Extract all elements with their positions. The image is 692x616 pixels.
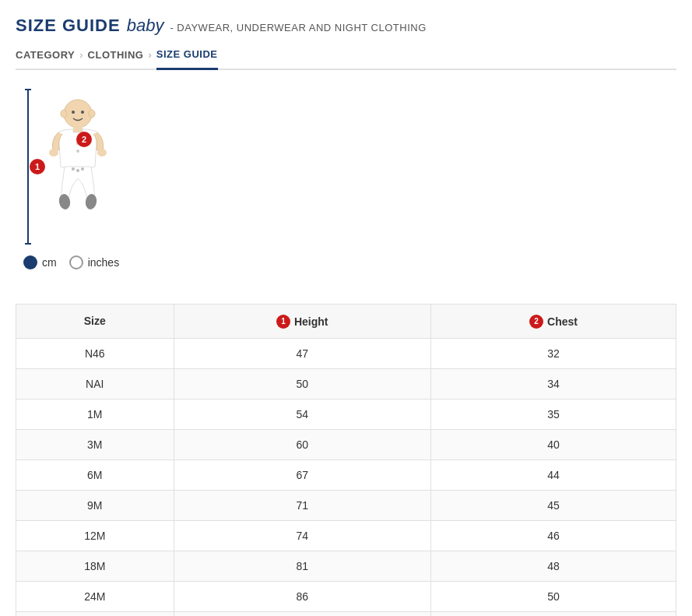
table-row: N464732 bbox=[16, 338, 676, 368]
unit-inches-label: inches bbox=[88, 256, 119, 269]
cell-chest: 52 bbox=[430, 611, 676, 616]
cell-size: 9M bbox=[16, 490, 174, 520]
svg-point-0 bbox=[64, 100, 92, 128]
cell-chest: 40 bbox=[430, 429, 676, 459]
svg-point-3 bbox=[61, 110, 67, 118]
cell-size: 12M bbox=[16, 520, 174, 551]
cell-chest: 44 bbox=[430, 459, 676, 490]
svg-point-12 bbox=[72, 167, 75, 171]
cell-chest: 35 bbox=[430, 399, 676, 429]
svg-point-7 bbox=[76, 150, 79, 153]
cell-height: 67 bbox=[174, 459, 430, 490]
col-size-label: Size bbox=[84, 315, 106, 327]
svg-point-4 bbox=[89, 110, 95, 118]
title-size-guide: SIZE GUIDE bbox=[16, 16, 121, 36]
table-row: 3M6040 bbox=[16, 429, 676, 459]
cell-height: 95 bbox=[174, 611, 430, 616]
col-header-chest: 2 Chest bbox=[430, 304, 676, 339]
svg-point-1 bbox=[72, 111, 75, 114]
unit-selector: cm inches bbox=[23, 255, 119, 269]
chest-header: 2 Chest bbox=[529, 315, 578, 329]
cell-size: 24M bbox=[16, 581, 174, 611]
breadcrumb-category[interactable]: CATEGORY bbox=[16, 49, 75, 61]
table-body: N464732NAI50341M54353M60406M67449M714512… bbox=[16, 338, 676, 616]
title-baby: baby bbox=[127, 16, 164, 36]
baby-figure bbox=[39, 97, 117, 233]
illustration-container: 1 bbox=[23, 89, 148, 245]
table-row: 6M6744 bbox=[16, 459, 676, 490]
svg-point-13 bbox=[76, 169, 79, 172]
table-row: 24M8650 bbox=[16, 581, 676, 611]
table-row: 12M7446 bbox=[16, 520, 676, 551]
illustration-section: 1 bbox=[16, 89, 676, 288]
page-title-section: SIZE GUIDE baby - DAYWEAR, UNDERWEAR AND… bbox=[16, 16, 676, 36]
table-row: 36M9552 bbox=[16, 611, 676, 616]
svg-point-2 bbox=[81, 111, 84, 114]
col-header-size: Size bbox=[16, 304, 174, 339]
cell-height: 60 bbox=[174, 429, 430, 459]
radio-inches-empty bbox=[69, 255, 83, 269]
cell-height: 54 bbox=[174, 399, 430, 429]
height-line bbox=[27, 89, 29, 245]
breadcrumb-sep-1: › bbox=[79, 49, 83, 61]
svg-point-9 bbox=[97, 149, 107, 157]
cell-chest: 34 bbox=[430, 368, 676, 399]
cell-chest: 50 bbox=[430, 581, 676, 611]
height-header: 1 Height bbox=[276, 315, 328, 329]
breadcrumb-sep-2: › bbox=[148, 49, 151, 61]
breadcrumb-size-guide: SIZE GUIDE bbox=[156, 48, 218, 70]
radio-cm-filled bbox=[23, 255, 37, 269]
unit-inches[interactable]: inches bbox=[69, 255, 119, 269]
cell-size: 3M bbox=[16, 429, 174, 459]
breadcrumb: CATEGORY › CLOTHING › SIZE GUIDE bbox=[16, 48, 676, 70]
table-row: 18M8148 bbox=[16, 551, 676, 581]
height-label: Height bbox=[294, 315, 328, 328]
cell-chest: 32 bbox=[430, 338, 676, 368]
size-table: Size 1 Height 2 Chest N464732NAI50341M54… bbox=[16, 304, 676, 616]
cell-height: 81 bbox=[174, 551, 430, 581]
svg-point-14 bbox=[81, 167, 84, 171]
chest-badge: 2 bbox=[529, 315, 543, 329]
cell-chest: 45 bbox=[430, 490, 676, 520]
table-row: NAI5034 bbox=[16, 368, 676, 399]
table-header-row: Size 1 Height 2 Chest bbox=[16, 304, 676, 339]
badge-chest: 2 bbox=[76, 132, 92, 147]
page-wrapper: SIZE GUIDE baby - DAYWEAR, UNDERWEAR AND… bbox=[0, 0, 692, 616]
col-header-height: 1 Height bbox=[174, 304, 430, 339]
cell-size: 18M bbox=[16, 551, 174, 581]
cell-height: 50 bbox=[174, 368, 430, 399]
chest-label: Chest bbox=[547, 315, 578, 328]
table-row: 9M7145 bbox=[16, 490, 676, 520]
title-subtitle: - DAYWEAR, UNDERWEAR AND NIGHT CLOTHING bbox=[170, 22, 426, 33]
cell-height: 86 bbox=[174, 581, 430, 611]
table-row: 1M5435 bbox=[16, 399, 676, 429]
cell-size: NAI bbox=[16, 368, 174, 399]
height-badge: 1 bbox=[276, 315, 290, 329]
unit-cm[interactable]: cm bbox=[23, 255, 57, 269]
cell-size: 6M bbox=[16, 459, 174, 490]
cell-size: 1M bbox=[16, 399, 174, 429]
cell-height: 71 bbox=[174, 490, 430, 520]
cell-height: 74 bbox=[174, 520, 430, 551]
cell-chest: 48 bbox=[430, 551, 676, 581]
cell-height: 47 bbox=[174, 338, 430, 368]
cell-size: 36M bbox=[16, 611, 174, 616]
svg-point-8 bbox=[49, 149, 58, 157]
cell-chest: 46 bbox=[430, 520, 676, 551]
breadcrumb-clothing[interactable]: CLOTHING bbox=[88, 49, 144, 61]
unit-cm-label: cm bbox=[42, 256, 57, 269]
cell-size: N46 bbox=[16, 338, 174, 368]
